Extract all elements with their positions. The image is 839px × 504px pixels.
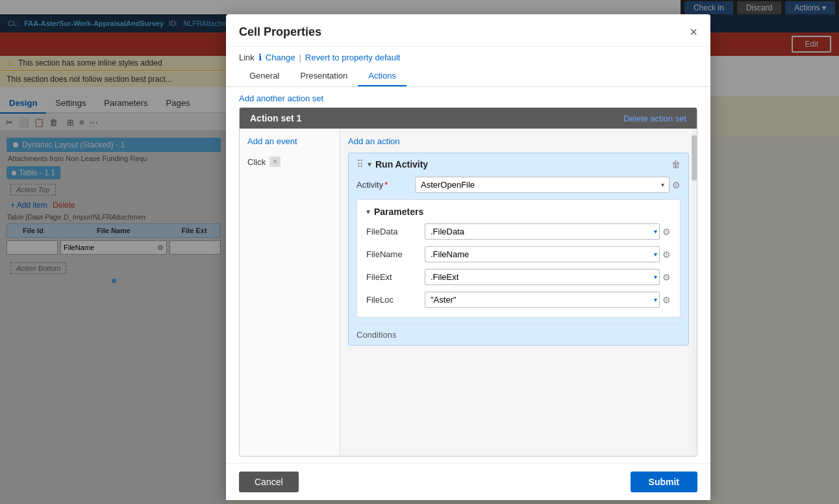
- param-row-filedata: FileData ▾ ⚙: [366, 223, 671, 240]
- cancel-button[interactable]: Cancel: [239, 472, 299, 492]
- modal-close-button[interactable]: ×: [690, 25, 697, 40]
- add-event-link[interactable]: Add an event: [247, 136, 332, 146]
- action-set-body: Add an event Click × Add an action ⠿ ▾: [240, 129, 697, 456]
- param-label-fileloc: FileLoc: [366, 295, 425, 305]
- tab-actions[interactable]: Actions: [358, 66, 407, 86]
- param-settings-fileloc[interactable]: ⚙: [662, 295, 671, 305]
- activity-label: Activity*: [357, 180, 415, 190]
- activity-row: Activity* ▾ ⚙: [357, 177, 681, 193]
- params-collapse-icon: ▾: [366, 207, 370, 216]
- add-action-set-area: Add another action set: [226, 87, 710, 107]
- param-label-fileext: FileExt: [366, 272, 425, 282]
- revert-link[interactable]: Revert to property default: [305, 53, 401, 62]
- param-input-filedata[interactable]: [425, 223, 660, 240]
- change-link[interactable]: Change: [266, 53, 295, 62]
- activity-settings-icon[interactable]: ⚙: [672, 180, 681, 190]
- run-activity-block: ⠿ ▾ Run Activity 🗑 Activity*: [348, 153, 689, 346]
- activity-dropdown-wrap: ▾: [415, 177, 670, 193]
- modal-title: Cell Properties: [239, 25, 321, 39]
- click-event-delete[interactable]: ×: [269, 157, 281, 167]
- activity-input-wrap: ▾ ⚙: [415, 177, 681, 193]
- link-info-icon: ℹ: [258, 52, 262, 62]
- actions-panel: Add an action ⠿ ▾ Run Activity 🗑: [340, 129, 697, 456]
- param-input-wrap-fileloc: ▾ ⚙: [425, 292, 671, 308]
- cell-properties-modal: Cell Properties × Link ℹ Change | Revert…: [226, 14, 710, 500]
- action-set-title: Action set 1: [250, 113, 301, 123]
- param-label-filename: FileName: [366, 249, 425, 259]
- modal-footer: Cancel Submit: [226, 463, 710, 500]
- param-input-container-filename: ▾: [425, 246, 660, 262]
- scrollbar-thumb[interactable]: [692, 135, 697, 181]
- click-event-item: Click ×: [247, 154, 332, 170]
- tab-general[interactable]: General: [239, 66, 290, 86]
- run-activity-header: ⠿ ▾ Run Activity 🗑: [357, 158, 681, 170]
- param-settings-filedata[interactable]: ⚙: [662, 227, 671, 237]
- required-star: *: [384, 180, 388, 190]
- tab-presentation[interactable]: Presentation: [290, 66, 358, 86]
- drag-handle-icon[interactable]: ⠿: [357, 158, 364, 170]
- collapse-icon[interactable]: ▾: [368, 160, 371, 169]
- param-input-container-filedata: ▾: [425, 223, 660, 240]
- param-settings-filename[interactable]: ⚙: [662, 249, 671, 260]
- parameters-block: ▾ Parameters FileData ▾: [357, 199, 681, 318]
- modal-link-tab-area: Link ℹ Change | Revert to property defau…: [226, 47, 710, 87]
- param-settings-fileext[interactable]: ⚙: [662, 272, 671, 283]
- action-set-header: Action set 1 Delete action set: [240, 108, 697, 129]
- param-input-filename[interactable]: [425, 246, 660, 262]
- parameters-title: Parameters: [374, 207, 423, 217]
- add-action-link[interactable]: Add an action: [348, 136, 689, 146]
- delete-action-set-link[interactable]: Delete action set: [623, 114, 686, 123]
- param-input-wrap-fileext: ▾ ⚙: [425, 269, 671, 285]
- link-row: Link ℹ Change | Revert to property defau…: [239, 52, 697, 62]
- param-label-filedata: FileData: [366, 227, 425, 236]
- conditions-label: Conditions: [357, 330, 396, 340]
- add-action-set-link[interactable]: Add another action set: [239, 94, 323, 103]
- body-spacer: [226, 457, 710, 463]
- run-activity-title: Run Activity: [375, 159, 668, 170]
- click-event-label: Click: [247, 157, 266, 167]
- scrollbar-track: [692, 129, 697, 456]
- param-row-filename: FileName ▾ ⚙: [366, 246, 671, 262]
- param-input-fileext[interactable]: [425, 269, 660, 285]
- conditions-bar: Conditions: [357, 324, 681, 340]
- events-panel: Add an event Click ×: [240, 129, 340, 456]
- link-separator: |: [299, 53, 301, 62]
- param-row-fileext: FileExt ▾ ⚙: [366, 269, 671, 285]
- param-input-container-fileext: ▾: [425, 269, 660, 285]
- modal-header: Cell Properties ×: [226, 14, 710, 47]
- modal-tabs: General Presentation Actions: [239, 66, 697, 86]
- parameters-header[interactable]: ▾ Parameters: [366, 207, 671, 217]
- modal-body: Add another action set Action set 1 Dele…: [226, 87, 710, 463]
- run-activity-delete-icon[interactable]: 🗑: [671, 159, 681, 170]
- action-set-container: Action set 1 Delete action set Add an ev…: [239, 107, 697, 457]
- param-input-wrap-filedata: ▾ ⚙: [425, 223, 671, 240]
- param-input-container-fileloc: ▾: [425, 292, 660, 308]
- param-input-wrap-filename: ▾ ⚙: [425, 246, 671, 262]
- param-input-fileloc[interactable]: [425, 292, 660, 308]
- link-label: Link: [239, 53, 255, 62]
- submit-button[interactable]: Submit: [631, 472, 697, 492]
- param-row-fileloc: FileLoc ▾ ⚙: [366, 292, 671, 308]
- activity-input[interactable]: [415, 177, 670, 193]
